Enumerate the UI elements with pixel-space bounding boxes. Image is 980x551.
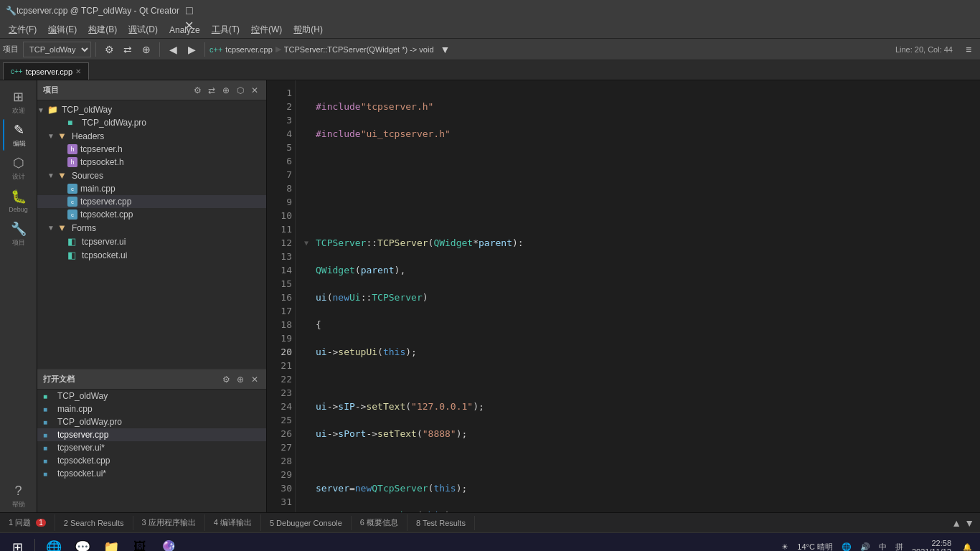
tab-close-button[interactable]: ✕ [75,67,81,75]
panel-sync-btn[interactable]: ⇄ [206,85,217,96]
menu-edit[interactable]: 编辑(E) [42,22,83,37]
open-doc-tcpsocket-cpp[interactable]: ■ tcpsocket.cpp [37,454,266,467]
menu-help[interactable]: 帮助(H) [288,22,329,37]
bottom-tab-test[interactable]: 8 Test Results [407,516,475,530]
bottom-tab-search[interactable]: 2 Search Results [55,516,133,530]
doc-icon-main: ■ [43,405,55,413]
sidebar-btn-project[interactable]: 🔧 项目 [3,218,34,250]
sidebar-btn-debug[interactable]: 🐛 Debug [3,185,34,217]
open-docs-controls: ⚙ ⊕ ✕ [220,374,260,385]
ln11: 11 [273,222,292,236]
bottom-tab-app-output[interactable]: 3 应用程序输出 [133,514,205,531]
nav-dropdown-button[interactable]: ▼ [437,41,454,58]
open-doc-tcpserver-cpp[interactable]: ■ tcpserver.cpp [37,428,266,441]
open-doc-tcpserver-ui[interactable]: ■ tcpserver.ui* [37,441,266,454]
menu-file[interactable]: 文件(F) [3,22,42,37]
sources-folder-icon: ▼ [57,170,69,181]
tab-tcpserver-cpp[interactable]: c++ tcpserver.cpp ✕ [3,62,89,80]
bottom-tab-compile[interactable]: 4 编译输出 [205,514,261,531]
project-panel: 项目 ⚙ ⇄ ⊕ ⬡ ✕ ▼ 📁 TCP_oldWay [37,80,266,369]
tree-item-tcpsocket-h[interactable]: h tcpsocket.h [37,156,266,169]
bottom-tab-debugger[interactable]: 5 Debugger Console [261,516,352,530]
taskbar-app5[interactable]: 🔮 [156,536,182,552]
code-content[interactable]: #include "tcpserver.h" #include "ui_tcps… [296,80,980,512]
open-doc-pro[interactable]: ■ TCP_oldWay.pro [37,415,266,428]
bottom-tab-overview[interactable]: 6 概要信息 [352,514,407,531]
open-doc-tcpsocket-ui[interactable]: ■ tcpsocket.ui* [37,467,266,480]
code-line-14 [304,454,980,468]
bottom-up-btn[interactable]: ▲ [951,517,961,529]
project-selector[interactable]: TCP_oldWay [23,42,91,57]
tree-item-pro[interactable]: ■ TCP_oldWay.pro [37,116,266,129]
tree-item-forms[interactable]: ▼ ▼ Forms [37,221,266,235]
ln20: 20 [273,345,292,359]
panel-expand-btn[interactable]: ⊕ [220,85,232,96]
back-button[interactable]: ◀ [164,41,182,58]
open-doc-main[interactable]: ■ main.cpp [37,402,266,415]
sidebar-btn-help[interactable]: ? 帮助 [3,481,34,512]
clock-area: 22:58 2021/11/12 [912,539,951,552]
doc-label-main: main.cpp [57,404,93,414]
forward-button[interactable]: ▶ [183,41,200,58]
menu-controls[interactable]: 控件(W) [245,22,288,37]
doc-label-pro: TCP_oldWay.pro [57,417,122,427]
code-area: 1 2 3 4 5 6 7 8 9 10 11 12 13 14 15 16 1… [267,80,980,512]
start-button[interactable]: ⊞ [6,536,29,552]
tree-item-tcpserver-ui[interactable]: ◧ tcpserver.ui [37,235,266,248]
tree-item-tcpserver-cpp[interactable]: c tcpserver.cpp [37,195,266,208]
file-separator: ▶ [275,44,281,54]
folder-icon-headers: ▼ [57,131,69,141]
cpp-icon-tcpsocket: c [67,209,77,220]
doc-label-ts-ui: tcpserver.ui* [57,443,105,453]
bottom-right-controls: ▲ ▼ [951,517,980,529]
tree-item-tcpserver-h[interactable]: h tcpserver.h [37,143,266,156]
open-docs-header: 打开文档 ⚙ ⊕ ✕ [37,369,266,390]
panel-filter-btn[interactable]: ⚙ [192,85,203,96]
line-numbers: 1 2 3 4 5 6 7 8 9 10 11 12 13 14 15 16 1… [267,80,296,512]
sync-button[interactable]: ⇄ [119,41,136,58]
tab-icon: c++ [11,67,23,75]
sidebar-btn-design[interactable]: ⬡ 设计 [3,152,34,184]
tree-item-tcpsocket-ui[interactable]: ◧ tcpsocket.ui [37,248,266,262]
label-tcpsocket-cpp: tcpsocket.cpp [80,209,133,220]
notification-button[interactable]: 🔔 [960,540,974,552]
settings-button[interactable]: ≡ [960,41,977,58]
panel-float-btn[interactable]: ⬡ [235,85,246,96]
sidebar-btn-welcome[interactable]: ⊞ 欢迎 [3,86,34,118]
bottom-tab-problems[interactable]: 1 问题 1 [0,514,55,531]
bottom-down-btn[interactable]: ▼ [964,517,974,529]
expand-button[interactable]: ⊕ [138,41,155,58]
taskbar-chrome[interactable]: 🌐 [41,536,67,552]
menu-build[interactable]: 构建(B) [83,22,123,37]
doc-label-ts-cpp: tcpserver.cpp [57,430,108,440]
maximize-button[interactable]: □ [179,4,199,18]
ln7: 7 [273,168,292,182]
open-docs-expand-btn[interactable]: ⊕ [235,374,246,385]
ln31: 31 [273,495,292,509]
tree-item-headers[interactable]: ▼ ▼ Headers [37,129,266,143]
open-docs-filter-btn[interactable]: ⚙ [220,374,232,385]
open-doc-tcp-oldway[interactable]: ■ TCP_oldWay [37,390,266,402]
taskbar-explorer[interactable]: 📁 [98,536,124,552]
bottom-panel: 1 问题 1 2 Search Results 3 应用程序输出 4 编译输出 … [0,512,980,532]
tree-item-main-cpp[interactable]: c main.cpp [37,182,266,195]
code-line-12: ui->sIP->setText("127.0.0.1"); [304,400,980,413]
taskbar-photos[interactable]: 🖼 [127,536,153,552]
cpp-icon-tcpserver: c [67,197,77,207]
panel-close-btn[interactable]: ✕ [249,85,260,96]
tree-item-tcpsocket-cpp[interactable]: c tcpsocket.cpp [37,208,266,221]
code-line-8: ui(new Ui::TCPServer) [304,291,980,304]
sidebar-btn-edit[interactable]: ✎ 编辑 [3,119,34,151]
menu-analyze[interactable]: Analyze [164,24,206,37]
code-line-9: { [304,318,980,331]
ln4: 4 [273,127,292,141]
menu-tools[interactable]: 工具(T) [206,22,245,37]
open-docs-close-btn[interactable]: ✕ [249,374,260,385]
tree-item-root[interactable]: ▼ 📁 TCP_oldWay [37,103,266,116]
tree-item-sources[interactable]: ▼ ▼ Sources [37,169,266,182]
project-panel-title: 项目 [43,85,192,95]
menu-debug[interactable]: 调试(D) [123,22,164,37]
filter-button[interactable]: ⚙ [100,41,118,58]
code-line-5 [304,209,980,222]
taskbar-chat[interactable]: 💬 [70,536,95,552]
